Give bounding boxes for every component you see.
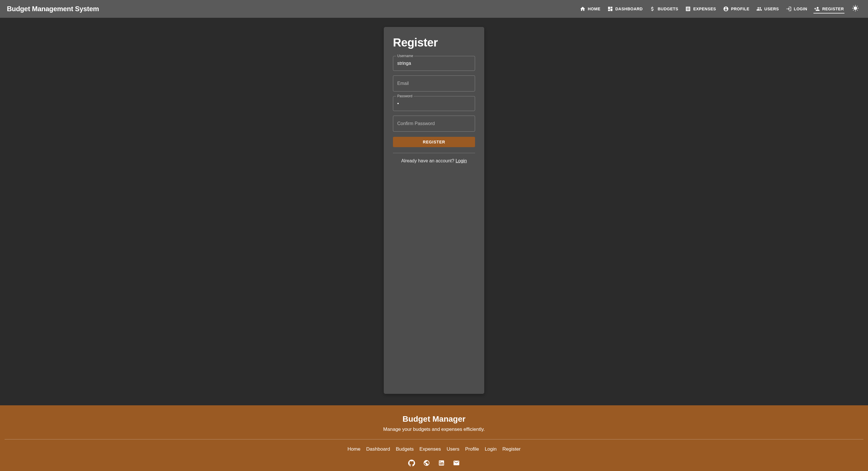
footer-link-register[interactable]: Register — [502, 446, 520, 452]
account-icon — [723, 6, 729, 12]
divider — [393, 153, 475, 153]
app-header: Budget Management System HOME DASHBOARD … — [0, 0, 868, 18]
nav-label: USERS — [764, 7, 779, 11]
nav-login[interactable]: LOGIN — [782, 3, 811, 15]
password-label: Password — [396, 94, 414, 98]
password-field-wrap: Password — [393, 96, 475, 111]
register-button[interactable]: REGISTER — [393, 137, 475, 147]
linkedin-icon[interactable] — [438, 460, 445, 466]
footer-subtitle: Manage your budgets and expenses efficie… — [5, 427, 863, 432]
mail-icon[interactable] — [453, 460, 460, 466]
username-label: Username — [396, 54, 414, 58]
footer-divider — [5, 439, 863, 439]
dashboard-icon — [608, 6, 613, 12]
register-title: Register — [393, 36, 475, 49]
nav-label: LOGIN — [794, 7, 807, 11]
users-icon — [756, 6, 762, 12]
nav-users[interactable]: USERS — [753, 3, 782, 15]
main-nav: HOME DASHBOARD BUDGETS EXPENSES PROFILE … — [577, 3, 861, 15]
login-prompt: Already have an account? Login — [393, 158, 475, 164]
main-content: Register Username Password REGISTER Alre… — [0, 18, 868, 405]
footer-link-budgets[interactable]: Budgets — [396, 446, 414, 452]
dollar-icon — [650, 6, 655, 12]
email-field-wrap — [393, 75, 475, 92]
brand-title: Budget Management System — [7, 5, 577, 13]
theme-toggle-button[interactable] — [849, 3, 861, 14]
footer-link-expenses[interactable]: Expenses — [420, 446, 441, 452]
footer-link-profile[interactable]: Profile — [465, 446, 479, 452]
password-input[interactable] — [397, 101, 471, 106]
nav-profile[interactable]: PROFILE — [720, 3, 753, 15]
footer-title: Budget Manager — [5, 414, 863, 424]
footer-link-home[interactable]: Home — [347, 446, 360, 452]
nav-expenses[interactable]: EXPENSES — [682, 3, 719, 15]
nav-dashboard[interactable]: DASHBOARD — [604, 3, 646, 15]
prompt-text: Already have an account? — [401, 158, 456, 163]
nav-label: DASHBOARD — [615, 7, 643, 11]
receipt-icon — [685, 6, 691, 12]
footer: Budget Manager Manage your budgets and e… — [0, 405, 868, 471]
footer-social — [5, 460, 863, 466]
footer-link-users[interactable]: Users — [446, 446, 459, 452]
nav-label: PROFILE — [731, 7, 749, 11]
username-field-wrap: Username — [393, 56, 475, 71]
confirm-password-input[interactable] — [397, 121, 471, 126]
username-input[interactable] — [397, 61, 471, 66]
nav-label: HOME — [588, 7, 600, 11]
globe-icon[interactable] — [423, 460, 430, 466]
footer-link-login[interactable]: Login — [485, 446, 497, 452]
register-card: Register Username Password REGISTER Alre… — [384, 27, 484, 394]
nav-label: EXPENSES — [693, 7, 716, 11]
person-add-icon — [814, 6, 820, 12]
nav-label: REGISTER — [822, 7, 844, 11]
home-icon — [580, 6, 586, 12]
nav-home[interactable]: HOME — [577, 3, 604, 15]
login-link[interactable]: Login — [456, 158, 467, 163]
github-icon[interactable] — [408, 460, 415, 466]
nav-register[interactable]: REGISTER — [811, 3, 847, 15]
footer-links: Home Dashboard Budgets Expenses Users Pr… — [5, 446, 863, 452]
nav-budgets[interactable]: BUDGETS — [646, 3, 682, 15]
footer-link-dashboard[interactable]: Dashboard — [366, 446, 390, 452]
nav-label: BUDGETS — [658, 7, 678, 11]
confirm-field-wrap — [393, 115, 475, 132]
login-icon — [786, 6, 792, 12]
email-input[interactable] — [397, 81, 471, 86]
sun-icon — [852, 5, 859, 13]
